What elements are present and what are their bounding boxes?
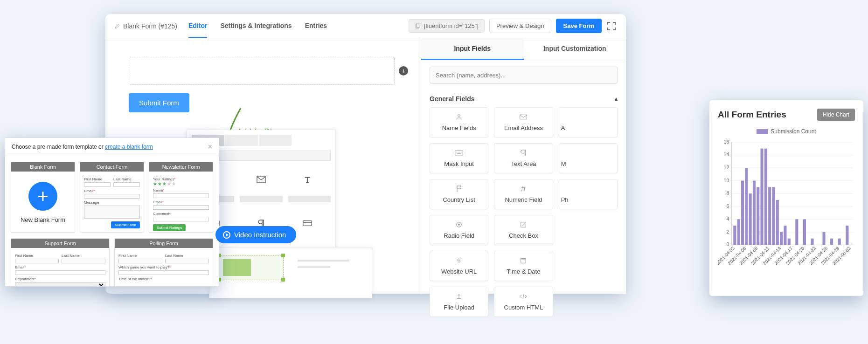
field-tile-check-box[interactable]: Check Box xyxy=(494,215,553,245)
form-name[interactable]: Blank Form (#125) xyxy=(115,22,177,30)
tiny-select xyxy=(15,282,105,287)
right-panel: Input Fields Input Customization General… xyxy=(421,38,626,294)
field-tile-website-url[interactable]: Website URL xyxy=(430,251,488,281)
create-blank-link[interactable]: create a blank form xyxy=(105,144,153,150)
svg-rect-43 xyxy=(772,187,775,245)
shortcode-display[interactable]: [fluentform id="125"] xyxy=(409,19,485,33)
svg-rect-4 xyxy=(455,151,463,155)
svg-rect-33 xyxy=(733,226,736,245)
field-tile-m[interactable]: M xyxy=(559,143,618,173)
template-title: Newsletter Form xyxy=(149,162,213,172)
field-tile-a[interactable]: A xyxy=(559,107,618,138)
tab-editor[interactable]: Editor xyxy=(188,14,207,38)
svg-rect-49 xyxy=(803,219,806,245)
svg-rect-10 xyxy=(257,176,265,183)
svg-rect-44 xyxy=(776,200,779,245)
video-label: Video Instruction xyxy=(234,231,286,239)
video-instruction-button[interactable]: Video Instruction xyxy=(215,226,296,243)
hide-chart-button[interactable]: Hide Chart xyxy=(817,109,855,121)
svg-rect-12 xyxy=(303,221,312,226)
template-prompt: Choose a pre-made form template or creat… xyxy=(12,144,153,150)
fullscreen-button[interactable] xyxy=(606,21,617,31)
field-tile-mask-input[interactable]: Mask Input xyxy=(430,143,488,173)
svg-rect-8 xyxy=(521,259,526,263)
close-icon[interactable]: × xyxy=(208,143,212,151)
field-label: Text Area xyxy=(511,160,536,167)
field-label: Custom HTML xyxy=(504,304,543,311)
form-name-text: Blank Form (#125) xyxy=(123,22,177,30)
svg-text:10: 10 xyxy=(724,178,729,183)
template-newsletter-form[interactable]: Newsletter Form Your Ratings* ★★★★★ Name… xyxy=(149,162,213,233)
field-tile-text-area[interactable]: Text Area xyxy=(494,143,553,173)
preview-button[interactable]: Preview & Design xyxy=(489,19,551,33)
template-title: Blank Form xyxy=(11,162,75,172)
panel-tab-input-fields[interactable]: Input Fields xyxy=(421,38,524,60)
editor-header: Blank Form (#125) Editor Settings & Inte… xyxy=(105,14,626,38)
template-support-form[interactable]: Support Form First Name Last Name Email*… xyxy=(11,238,110,287)
template-polling-form[interactable]: Polling Form First Name Last Name Which … xyxy=(114,238,213,287)
svg-text:2: 2 xyxy=(727,229,729,234)
field-label: Country List xyxy=(443,196,475,203)
field-icon xyxy=(520,149,527,157)
template-contact-form[interactable]: Contact Form First Name Last Name Email*… xyxy=(80,162,144,233)
field-label: Numeric Field xyxy=(505,196,542,203)
field-tile-ph[interactable]: Ph xyxy=(559,179,618,209)
svg-rect-35 xyxy=(741,181,744,245)
field-label: Radio Field xyxy=(444,232,474,239)
chart-header: All Form Entries Hide Chart xyxy=(718,109,855,121)
template-blank-form[interactable]: Blank Form + New Blank Form xyxy=(11,162,75,233)
fullscreen-icon xyxy=(607,22,616,30)
editor-tabs: Editor Settings & Integrations Entries xyxy=(188,14,409,38)
field-icon xyxy=(455,149,463,157)
template-modal-header: Choose a pre-made form template or creat… xyxy=(5,138,219,156)
field-icon xyxy=(455,113,463,121)
template-title: Support Form xyxy=(11,239,109,248)
field-tile-country-list[interactable]: Country List xyxy=(430,179,488,209)
save-button[interactable]: Save Form xyxy=(556,19,602,33)
field-tile-name-fields[interactable]: Name Fields xyxy=(430,107,488,138)
svg-point-6 xyxy=(458,224,460,226)
template-grid-row1: Blank Form + New Blank Form Contact Form… xyxy=(5,156,219,238)
pencil-icon xyxy=(115,23,120,29)
text-icon xyxy=(285,176,331,186)
panel-tab-customization[interactable]: Input Customization xyxy=(524,38,626,60)
field-tile-email-address[interactable]: Email Address xyxy=(494,107,553,138)
template-modal: Choose a pre-made form template or creat… xyxy=(5,138,219,287)
play-icon xyxy=(223,231,230,239)
header-actions: [fluentform id="125"] Preview & Design S… xyxy=(409,19,617,33)
shortcode-text: [fluentform id="125"] xyxy=(424,22,479,29)
field-icon xyxy=(520,113,527,121)
svg-text:8: 8 xyxy=(727,190,729,196)
svg-text:0: 0 xyxy=(727,241,729,247)
entries-bar-chart: 02468101214162021-04-022021-04-052021-04… xyxy=(718,138,855,278)
add-field-button[interactable]: + xyxy=(399,66,408,76)
svg-text:6: 6 xyxy=(727,203,729,209)
tab-settings[interactable]: Settings & Integrations xyxy=(220,14,292,38)
svg-rect-47 xyxy=(788,239,791,245)
field-tile-radio-field[interactable]: Radio Field xyxy=(430,215,488,245)
tab-entries[interactable]: Entries xyxy=(305,14,327,38)
svg-rect-52 xyxy=(830,239,833,245)
field-tile-file-upload[interactable]: File Upload xyxy=(430,287,488,317)
field-tile-time-&-date[interactable]: Time & Date xyxy=(494,251,553,281)
drag-preview-box xyxy=(219,255,284,280)
svg-rect-53 xyxy=(838,239,841,245)
field-tile-numeric-field[interactable]: Numeric Field xyxy=(494,179,553,209)
copy-icon xyxy=(415,23,421,29)
svg-text:14: 14 xyxy=(724,151,729,157)
chart-title: All Form Entries xyxy=(718,110,786,120)
svg-text:4: 4 xyxy=(727,216,729,221)
field-grid: Name FieldsEmail AddressAMask InputText … xyxy=(421,107,626,325)
submit-form-button[interactable]: Submit Form xyxy=(129,93,189,112)
template-title: Contact Form xyxy=(80,162,144,172)
svg-rect-46 xyxy=(784,226,786,245)
section-general-fields[interactable]: General Fields ▴ xyxy=(421,90,626,107)
field-search-wrap xyxy=(430,67,618,84)
chevron-up-icon: ▴ xyxy=(615,96,618,102)
field-tile-custom-html[interactable]: Custom HTML xyxy=(494,287,553,317)
field-search-input[interactable] xyxy=(430,67,618,84)
field-label: Name Fields xyxy=(442,124,476,131)
form-dropzone[interactable]: + xyxy=(129,57,395,85)
field-label: A xyxy=(561,124,565,131)
legend-label: Submission Count xyxy=(771,128,816,135)
